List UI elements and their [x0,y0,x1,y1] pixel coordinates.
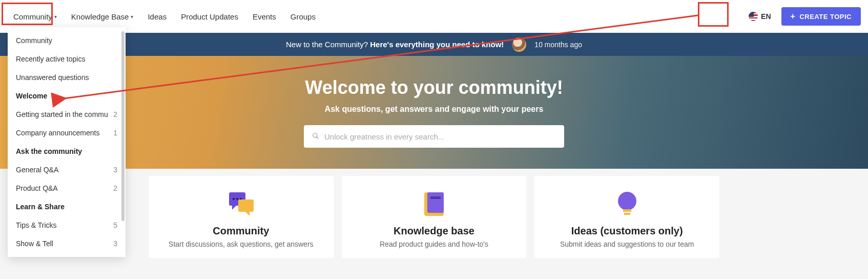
dropdown-item-recently-active[interactable]: Recently active topics [8,50,126,68]
card-sub: Start discussions, ask questions, get an… [169,240,313,248]
dd-label: Company announcements [16,129,99,137]
hero-title: Welcome to your community! [305,77,563,98]
dd-label: Recently active topics [16,55,85,63]
svg-point-4 [233,198,235,200]
nav-community[interactable]: Community ▾ [7,8,63,25]
dd-label: Tips & Tricks [16,221,57,229]
top-nav: Community ▾ Knowledge Base ▾ Ideas Produ… [0,0,868,33]
cards-row: Community Start discussions, ask questio… [0,169,868,258]
bulb-icon [616,190,638,218]
card-sub: Submit ideas and suggestions to our team [560,240,694,248]
svg-rect-9 [427,192,444,213]
dropdown-item-company-announcements[interactable]: Company announcements 1 [8,124,126,142]
card-ideas[interactable]: Ideas (customers only) Submit ideas and … [534,176,719,258]
card-title: Knowledge base [394,225,474,237]
dd-label: Getting started in the commu [16,110,108,118]
nav-label: Events [253,12,276,21]
language-selector[interactable]: EN [743,9,776,24]
hero: Welcome to your community! Ask questions… [0,56,868,169]
nav-product-updates[interactable]: Product Updates [175,8,244,25]
chevron-down-icon: ▾ [54,14,57,19]
dd-count: 3 [113,240,117,248]
dd-label: Community [16,36,52,45]
hero-subtitle: Ask questions, get answers and engage wi… [325,105,544,114]
search-icon [312,132,319,141]
chat-icon [227,190,255,218]
plus-icon: + [791,12,796,21]
dd-label: Product Q&A [16,184,58,192]
card-title: Ideas (customers only) [571,225,683,237]
nav-left: Community ▾ Knowledge Base ▾ Ideas Produ… [7,8,322,25]
scrollbar[interactable] [121,31,125,221]
svg-rect-13 [624,213,630,215]
dropdown-item-product-qa[interactable]: Product Q&A 2 [8,179,126,197]
svg-rect-7 [238,200,254,212]
chevron-down-icon: ▾ [131,14,133,19]
search-wrap [304,125,564,148]
dropdown-item-getting-started[interactable]: Getting started in the commu 2 [8,105,126,124]
nav-label: Product Updates [181,12,238,21]
dd-count: 1 [113,129,117,137]
book-icon [423,190,445,218]
dd-label: Show & Tell [16,240,53,248]
dropdown-item-tips-tricks[interactable]: Tips & Tricks 5 [8,216,126,234]
lang-code: EN [761,12,771,21]
notice-time: 10 months ago [534,41,582,49]
nav-label: Ideas [148,12,167,21]
dd-label: Unanswered questions [16,73,89,82]
notice-text: New to the Community? Here's everything … [286,40,504,49]
dd-label: General Q&A [16,166,58,174]
dropdown-header-learn-share: Learn & Share [8,197,126,216]
nav-ideas[interactable]: Ideas [141,8,173,25]
nav-label: Knowledge Base [71,12,129,21]
create-label: CREATE TOPIC [799,13,852,21]
dropdown-item-unanswered[interactable]: Unanswered questions [8,68,126,87]
svg-line-2 [317,136,319,138]
nav-label: Community [13,12,52,21]
flag-icon [749,12,758,21]
dropdown-header-ask: Ask the community [8,142,126,161]
svg-rect-12 [623,209,631,212]
card-community[interactable]: Community Start discussions, ask questio… [149,176,334,258]
nav-label: Groups [291,12,316,21]
nav-events[interactable]: Events [246,8,282,25]
notice-bold: Here's everything you need to know! [370,40,504,49]
dropdown-item-show-tell[interactable]: Show & Tell 3 [8,234,126,253]
community-dropdown: Community Recently active topics Unanswe… [8,27,126,257]
card-kb[interactable]: Knowledge base Read product guides and h… [342,176,527,258]
dd-count: 5 [113,221,117,229]
svg-rect-10 [430,196,441,199]
notice-prefix: New to the Community? [286,40,370,49]
svg-point-11 [618,192,636,210]
nav-groups[interactable]: Groups [284,8,322,25]
card-title: Community [213,225,269,237]
nav-knowledge-base[interactable]: Knowledge Base ▾ [65,8,140,25]
dropdown-header-welcome: Welcome [8,87,126,105]
dd-count: 3 [113,166,117,174]
search-input[interactable] [324,132,556,141]
dd-count: 2 [113,110,117,118]
svg-point-1 [313,133,317,137]
svg-point-5 [236,198,238,200]
notice-bar: New to the Community? Here's everything … [0,33,868,56]
dropdown-item-community[interactable]: Community [8,31,126,50]
avatar [512,37,526,52]
dropdown-item-general-qa[interactable]: General Q&A 3 [8,161,126,179]
create-topic-button[interactable]: + CREATE TOPIC [781,7,861,26]
dd-count: 2 [113,184,117,192]
card-sub: Read product guides and how-to's [380,240,488,248]
nav-right: EN + CREATE TOPIC [743,7,861,26]
